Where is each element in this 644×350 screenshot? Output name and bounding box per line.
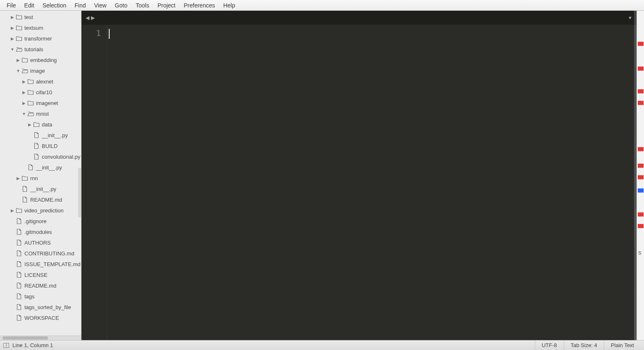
folder-imagenet[interactable]: ▶imagenet: [0, 98, 81, 108]
file-icon: [27, 164, 34, 171]
menu-view[interactable]: View: [90, 1, 111, 10]
file--init-py[interactable]: __init__.py: [0, 162, 81, 173]
file-license[interactable]: LICENSE: [0, 269, 81, 280]
marker-red[interactable]: [638, 89, 644, 93]
menu-edit[interactable]: Edit: [20, 1, 38, 10]
file-convolutional-py[interactable]: convolutional.py: [0, 151, 81, 162]
folder-image[interactable]: ▼image: [0, 65, 81, 76]
menu-help[interactable]: Help: [219, 1, 239, 10]
marker-blue[interactable]: [638, 188, 644, 193]
marker-red[interactable]: [638, 164, 644, 168]
folder-alexnet[interactable]: ▶alexnet: [0, 76, 81, 87]
collapse-arrow-icon[interactable]: ▼: [16, 69, 21, 73]
expand-arrow-icon[interactable]: ▶: [22, 90, 26, 95]
tree-item-label: textsum: [24, 25, 43, 31]
marker-red[interactable]: [638, 42, 644, 46]
folder-transformer[interactable]: ▶transformer: [0, 33, 81, 44]
folder-open-icon: [16, 46, 22, 52]
tab-strip: ◀ ▶ ▼: [81, 11, 637, 25]
tree-item-label: tutorials: [24, 46, 43, 52]
tree-item-label: .gitignore: [24, 218, 46, 224]
file--gitmodules[interactable]: .gitmodules: [0, 226, 81, 237]
file-contributing-md[interactable]: CONTRIBUTING.md: [0, 248, 81, 259]
file-tags-sorted-by-file[interactable]: tags_sorted_by_file: [0, 302, 81, 312]
sidebar-scrollbar[interactable]: [78, 168, 81, 217]
file-issue-template-md[interactable]: ISSUE_TEMPLATE.md: [0, 259, 81, 269]
editor-vertical-scrollbar[interactable]: [631, 25, 637, 340]
expand-arrow-icon[interactable]: ▶: [22, 79, 26, 84]
expand-arrow-icon[interactable]: ▶: [10, 15, 15, 19]
marker-red[interactable]: [638, 224, 644, 228]
marker-red[interactable]: [638, 175, 644, 179]
folder-embedding[interactable]: ▶embedding: [0, 55, 81, 65]
file-icon: [33, 153, 40, 160]
tree-item-label: transformer: [24, 36, 52, 42]
tree-item-label: WORKSPACE: [24, 315, 59, 321]
marker-red[interactable]: [638, 67, 644, 71]
expand-arrow-icon[interactable]: ▶: [16, 58, 21, 62]
expand-arrow-icon[interactable]: ▶: [10, 208, 15, 213]
folder-rnn[interactable]: ▶rnn: [0, 173, 81, 183]
tree-item-label: test: [24, 14, 33, 20]
file-workspace[interactable]: WORKSPACE: [0, 312, 81, 323]
menu-preferences[interactable]: Preferences: [180, 1, 219, 10]
folder-cifar10[interactable]: ▶cifar10: [0, 87, 81, 98]
folder-tutorials[interactable]: ▼tutorials: [0, 44, 81, 55]
tree-item-label: cifar10: [36, 89, 52, 95]
sidebar-horizontal-scrollbar[interactable]: [0, 336, 81, 340]
expand-arrow-icon[interactable]: ▶: [22, 101, 26, 105]
file--init-py[interactable]: __init__.py: [0, 183, 81, 194]
file-authors[interactable]: AUTHORS: [0, 237, 81, 248]
folder-mnist[interactable]: ▼mnist: [0, 108, 81, 119]
folder-icon: [16, 35, 22, 42]
menu-file[interactable]: File: [2, 1, 20, 10]
expand-arrow-icon[interactable]: ▶: [27, 122, 32, 127]
menu-goto[interactable]: Goto: [111, 1, 132, 10]
tab-nav-back-icon[interactable]: ◀: [85, 15, 90, 21]
file-tree: ▶test▶textsum▶transformer▼tutorials▶embe…: [0, 11, 81, 336]
expand-arrow-icon[interactable]: ▶: [10, 36, 15, 41]
folder-icon: [22, 175, 28, 181]
menu-tools[interactable]: Tools: [132, 1, 153, 10]
tab-nav-forward-icon[interactable]: ▶: [90, 15, 96, 21]
file-readme-md[interactable]: README.md: [0, 280, 81, 291]
menu-find[interactable]: Find: [70, 1, 90, 10]
expand-arrow-icon[interactable]: ▶: [16, 176, 21, 181]
file-build[interactable]: BUILD: [0, 140, 81, 151]
file-readme-md[interactable]: README.md: [0, 194, 81, 205]
expand-arrow-icon[interactable]: ▶: [10, 26, 15, 30]
line-number: 1: [81, 28, 101, 38]
code-editor[interactable]: [107, 25, 631, 340]
folder-test[interactable]: ▶test: [0, 12, 81, 22]
folder-data[interactable]: ▶data: [0, 119, 81, 130]
marker-red[interactable]: [638, 212, 644, 217]
file-icon: [22, 186, 28, 192]
tab-menu-dropdown-icon[interactable]: ▼: [628, 15, 632, 20]
file--gitignore[interactable]: .gitignore: [0, 216, 81, 226]
collapse-arrow-icon[interactable]: ▼: [22, 112, 26, 116]
folder-icon: [22, 57, 28, 63]
scrollbar-thumb[interactable]: [2, 336, 48, 340]
status-cursor-position[interactable]: Line 1, Column 1: [12, 342, 53, 348]
collapse-arrow-icon[interactable]: ▼: [10, 47, 15, 52]
tree-item-label: tags: [24, 293, 35, 300]
tree-item-label: alexnet: [36, 79, 53, 85]
file-tags[interactable]: tags: [0, 291, 81, 302]
folder-video-prediction[interactable]: ▶video_prediction: [0, 205, 81, 216]
panel-switcher-icon[interactable]: [3, 343, 9, 348]
file--init-py[interactable]: __init__.py: [0, 130, 81, 140]
status-encoding[interactable]: UTF-8: [535, 340, 564, 350]
file-icon: [33, 143, 40, 149]
menu-selection[interactable]: Selection: [38, 1, 71, 10]
menu-project[interactable]: Project: [153, 1, 180, 10]
status-tab-size[interactable]: Tab Size: 4: [564, 340, 604, 350]
marker-red[interactable]: [638, 101, 644, 105]
folder-textsum[interactable]: ▶textsum: [0, 22, 81, 33]
strip-label: S: [638, 250, 641, 255]
tree-item-label: __init__.py: [30, 186, 56, 192]
tree-item-label: .gitmodules: [24, 229, 52, 235]
status-syntax[interactable]: Plain Text: [604, 340, 641, 350]
tree-item-label: video_prediction: [24, 207, 64, 214]
file-icon: [16, 293, 22, 300]
marker-red[interactable]: [638, 147, 644, 151]
